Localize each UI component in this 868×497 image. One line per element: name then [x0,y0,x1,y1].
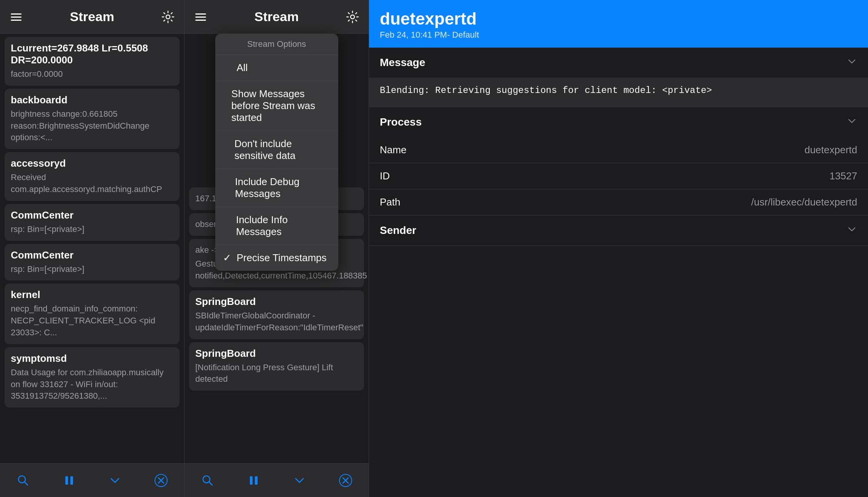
list-item[interactable]: CommCenter rsp: Bin=[<private>] [5,204,180,241]
svg-point-3 [166,15,170,19]
list-item[interactable]: SpringBoard [Notification Long Press Ges… [189,342,364,391]
sender-section-title: Sender [380,224,416,237]
middle-search-button[interactable] [197,470,218,491]
process-section: Process Name duetexpertd ID 13527 Path /… [369,107,868,215]
right-panel-header: duetexpertd Feb 24, 10:41 PM- Default [369,0,868,48]
list-item[interactable]: symptomsd Data Usage for com.zhiliaoapp.… [5,347,180,408]
list-item[interactable]: Lcurrent=267.9848 Lr=0.5508 DR=200.0000 … [5,37,180,86]
left-gear-icon[interactable] [160,8,176,25]
dropdown-item-info[interactable]: Include Info Messages [215,207,338,245]
dropdown-menu: Stream Options All Show Messages before … [215,34,338,271]
svg-rect-7 [70,476,73,485]
right-panel-content: Message Blending: Retrieving suggestions… [369,48,868,497]
left-pause-button[interactable] [58,470,80,491]
list-item[interactable]: CommCenter rsp: Bin=[<private>] [5,244,180,281]
svg-rect-18 [255,476,258,485]
left-panel-title: Stream [25,9,160,24]
svg-rect-12 [195,17,206,18]
list-item[interactable]: accessoryd Received com.apple.accessoryd… [5,152,180,201]
sender-section: Sender [369,215,868,246]
message-section: Message Blending: Retrieving suggestions… [369,48,868,107]
svg-line-5 [24,482,28,485]
dropdown-item-show-before[interactable]: Show Messages before Stream was started [215,81,338,131]
message-section-header[interactable]: Message [369,48,868,78]
middle-panel-title: Stream [209,9,344,24]
left-list-icon[interactable] [8,8,25,25]
middle-gear-icon[interactable] [344,8,361,25]
message-section-title: Message [380,56,425,69]
app-subtitle: Feb 24, 10:41 PM- Default [380,30,857,40]
middle-panel: Stream Stream Options All Show Messages … [185,0,369,497]
left-toolbar [0,463,184,497]
left-search-button[interactable] [12,470,34,491]
middle-toolbar [185,463,369,497]
sender-chevron-icon [846,224,857,237]
process-name-value: duetexpertd [805,144,857,156]
app-name: duetexpertd [380,9,857,28]
process-chevron-icon [846,116,857,129]
svg-rect-17 [250,476,253,485]
dropdown-item-show-before-label: Show Messages before Stream was started [231,88,331,124]
process-id-row: ID 13527 [369,163,868,189]
list-item[interactable]: kernel necp_find_domain_info_common: NEC… [5,283,180,344]
left-panel: Stream Lcurrent=267.9848 Lr=0.5508 DR=20… [0,0,185,497]
process-path-label: Path [380,196,401,208]
middle-close-button[interactable] [335,470,356,491]
middle-header: Stream [185,0,369,34]
middle-pause-button[interactable] [243,470,264,491]
svg-line-16 [209,482,212,485]
left-close-button[interactable] [150,470,172,491]
left-header: Stream [0,0,184,34]
dropdown-item-debug[interactable]: Include Debug Messages [215,169,338,207]
left-log-list: Lcurrent=267.9848 Lr=0.5508 DR=200.0000 … [0,34,184,463]
process-id-value: 13527 [830,170,857,182]
process-name-label: Name [380,144,406,156]
dropdown-item-precise-timestamps-label: Precise Timestamps [237,252,327,264]
process-section-title: Process [380,116,422,128]
middle-chevron-down-button[interactable] [289,470,310,491]
svg-point-14 [351,15,354,19]
dropdown-item-all-label: All [237,62,248,74]
message-section-body: Blending: Retrieving suggestions for cli… [369,78,868,107]
svg-rect-0 [11,13,22,15]
dropdown-header: Stream Options [215,34,338,55]
svg-rect-13 [195,20,206,21]
dropdown-item-precise-timestamps[interactable]: ✓ Precise Timestamps [215,245,338,271]
svg-rect-11 [195,13,206,15]
dropdown-item-info-label: Include Info Messages [236,214,331,238]
svg-rect-6 [65,476,68,485]
stream-options-dropdown: Stream Options All Show Messages before … [185,34,369,271]
dropdown-item-all[interactable]: All [215,55,338,81]
svg-rect-2 [11,20,22,21]
message-chevron-icon [846,56,857,69]
left-chevron-down-button[interactable] [104,470,126,491]
process-id-label: ID [380,170,390,182]
process-name-row: Name duetexpertd [369,137,868,163]
process-section-header[interactable]: Process [369,107,868,137]
list-item[interactable]: backboardd brightness change:0.661805 re… [5,89,180,149]
process-path-value: /usr/libexec/duetexpertd [751,196,857,208]
message-content: Blending: Retrieving suggestions for cli… [380,84,857,98]
process-path-row: Path /usr/libexec/duetexpertd [369,189,868,215]
dropdown-item-debug-label: Include Debug Messages [235,176,330,200]
middle-list-icon[interactable] [192,8,209,25]
precise-timestamps-checkmark: ✓ [223,252,234,264]
dropdown-item-no-sensitive-label: Don't include sensitive data [234,138,331,162]
right-panel: duetexpertd Feb 24, 10:41 PM- Default Me… [369,0,868,497]
list-item[interactable]: SpringBoard SBIdleTimerGlobalCoordinator… [189,290,364,339]
dropdown-item-no-sensitive[interactable]: Don't include sensitive data [215,131,338,169]
svg-rect-1 [11,17,22,18]
sender-section-header[interactable]: Sender [369,215,868,245]
